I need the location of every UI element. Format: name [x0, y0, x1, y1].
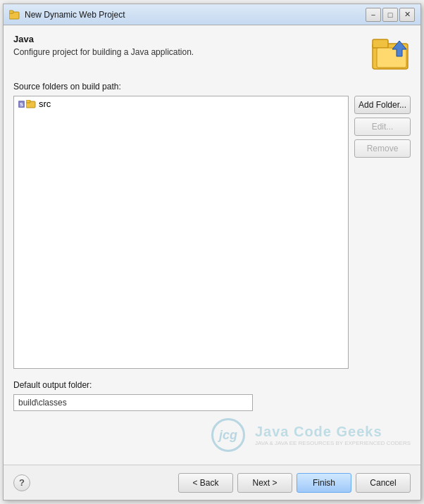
jcg-text: Java Code Geeks JAVA & JAVA EE RESOURCES… — [255, 424, 411, 446]
close-button[interactable]: ✕ — [399, 8, 415, 22]
output-folder-label: Default output folder: — [13, 380, 411, 390]
header-section: Java Configure project for building a Ja… — [13, 34, 411, 73]
watermark: jcg Java Code Geeks JAVA & JAVA EE RESOU… — [13, 414, 411, 456]
svg-rect-7 — [26, 100, 30, 103]
jcg-circle: jcg — [211, 418, 245, 452]
output-folder-section: Default output folder: — [13, 380, 411, 411]
window-controls: − □ ✕ — [366, 8, 415, 22]
title-bar: New Dynamic Web Project − □ ✕ — [4, 4, 420, 25]
window-title: New Dynamic Web Project — [25, 10, 366, 20]
list-item[interactable]: s src — [14, 96, 348, 111]
svg-rect-3 — [373, 39, 388, 48]
side-buttons: Add Folder... Edit... Remove — [354, 96, 411, 369]
header-description: Configure project for building a Java ap… — [13, 47, 364, 57]
edit-button[interactable]: Edit... — [354, 118, 411, 136]
window-icon — [9, 9, 20, 20]
maximize-button[interactable]: □ — [382, 8, 398, 22]
output-folder-input[interactable] — [13, 394, 253, 411]
footer-buttons: < Back Next > Finish Cancel — [178, 473, 411, 493]
svg-rect-1 — [9, 11, 13, 13]
source-folders-row: s src Add Folder... Edit... Remove — [13, 96, 411, 369]
minimize-button[interactable]: − — [366, 8, 381, 22]
back-button[interactable]: < Back — [178, 473, 233, 493]
add-folder-button[interactable]: Add Folder... — [354, 96, 411, 114]
finish-button[interactable]: Finish — [297, 473, 351, 493]
header-title: Java — [13, 34, 364, 44]
next-button[interactable]: Next > — [237, 473, 292, 493]
source-folders-label: Source folders on build path: — [13, 82, 411, 92]
footer-left: ? — [13, 474, 174, 491]
source-list[interactable]: s src — [13, 96, 349, 369]
header-icon — [371, 34, 411, 73]
dialog-content: Java Configure project for building a Ja… — [4, 25, 420, 465]
header-text: Java Configure project for building a Ja… — [13, 34, 364, 57]
dialog-window: New Dynamic Web Project − □ ✕ Java Confi… — [3, 4, 421, 500]
cancel-button[interactable]: Cancel — [356, 473, 411, 493]
footer: ? < Back Next > Finish Cancel — [4, 465, 420, 500]
source-item-name: src — [39, 99, 51, 109]
remove-button[interactable]: Remove — [354, 139, 411, 158]
help-button[interactable]: ? — [13, 474, 30, 491]
src-badge: s — [18, 101, 25, 108]
